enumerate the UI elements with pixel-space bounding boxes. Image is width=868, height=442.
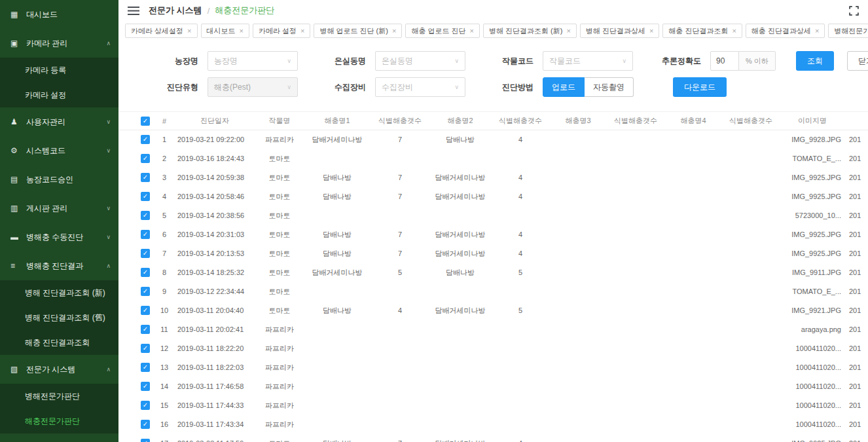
- row-checkbox[interactable]: ✓: [141, 325, 150, 334]
- sidebar-item-11[interactable]: 병해 진단결과조회 (舊): [0, 305, 118, 330]
- table-row[interactable]: ✓12019-03-21 09:22:00파프리카담배거세미나방7담배나방4IM…: [118, 130, 868, 149]
- row-checkbox[interactable]: ✓: [141, 363, 150, 372]
- tab-close-icon[interactable]: ×: [470, 27, 474, 35]
- sidebar-item-1[interactable]: ▣카메라 관리∧: [0, 29, 118, 58]
- greenhouse-select[interactable]: 온실동명 ∨: [375, 51, 465, 71]
- table-row[interactable]: ✓52019-03-14 20:38:56토마토5723000_10...201: [118, 206, 868, 225]
- tab-3[interactable]: 병해 업로드 진단 (新)×: [314, 24, 402, 38]
- cell-pest2: 담배나방: [429, 263, 492, 282]
- topbar: 전문가 시스템 / 해충전문가판단: [118, 0, 868, 21]
- sidebar-item-0[interactable]: ▦대시보드: [0, 0, 118, 29]
- row-checkbox[interactable]: ✓: [141, 211, 150, 220]
- table-row[interactable]: ✓32019-03-14 20:59:38토마토담배나방7담배거세미나방4IMG…: [118, 168, 868, 187]
- menu-toggle-icon[interactable]: [128, 7, 139, 15]
- cell-date: 2019-03-14 18:25:32: [173, 263, 256, 282]
- sidebar-item-5[interactable]: ⚙시스템코드∨: [0, 136, 118, 165]
- sidebar-item-9[interactable]: ≡병해충 진단결과∧: [0, 251, 118, 280]
- diagnosis-type-select[interactable]: 해충(Pest) ∨: [208, 77, 298, 97]
- tab-close-icon[interactable]: ×: [815, 27, 819, 35]
- tab-close-icon[interactable]: ×: [240, 27, 244, 35]
- cell-pest2: [429, 396, 492, 415]
- cell-reg: 201: [845, 225, 868, 244]
- row-checkbox[interactable]: ✓: [141, 230, 150, 239]
- sidebar-item-2[interactable]: 카메라 등록: [0, 58, 118, 83]
- table-row[interactable]: ✓102019-03-11 20:04:40토마토담배나방4담배거세미나방5IM…: [118, 301, 868, 320]
- tab-close-icon[interactable]: ×: [392, 27, 396, 35]
- table-row[interactable]: ✓112019-03-11 20:02:41파프리카aragaya.png201: [118, 320, 868, 339]
- sidebar-item-4[interactable]: ♟사용자관리∨: [0, 107, 118, 136]
- row-checkbox[interactable]: ✓: [141, 382, 150, 391]
- sidebar-item-14[interactable]: 병해전문가판단: [0, 384, 118, 409]
- method-upload-button[interactable]: 업로드: [543, 77, 585, 97]
- tab-close-icon[interactable]: ×: [187, 27, 191, 35]
- row-checkbox[interactable]: ✓: [141, 344, 150, 353]
- crop-code-select[interactable]: 작물코드 ∨: [543, 51, 633, 71]
- fullscreen-icon[interactable]: [849, 6, 859, 16]
- cell-pest1: [303, 377, 371, 396]
- equipment-label: 수집장비: [324, 82, 366, 93]
- tab-5[interactable]: 병해 진단결과조회 (新)×: [483, 24, 577, 38]
- row-checkbox[interactable]: ✓: [141, 287, 150, 296]
- sidebar-item-6[interactable]: ▤농장코드승인: [0, 165, 118, 194]
- tab-0[interactable]: 카메라 상세설정×: [125, 24, 198, 38]
- table-row[interactable]: ✓172019-03-08 11:17:59토마토담배나방7담배거세미나방4IM…: [118, 434, 868, 442]
- equipment-select[interactable]: 수집장비 ∨: [375, 77, 465, 97]
- sidebar-item-15[interactable]: 해충전문가판단: [0, 409, 118, 433]
- sidebar-item-13[interactable]: ▧전문가 시스템∧: [0, 355, 118, 384]
- cell-count3: [607, 377, 664, 396]
- table-row[interactable]: ✓162019-03-11 17:43:34파프리카1000411020...2…: [118, 415, 868, 434]
- cell-num: 12: [155, 339, 173, 358]
- tab-close-icon[interactable]: ×: [649, 27, 653, 35]
- sidebar-item-10[interactable]: 병해 진단결과조회 (新): [0, 280, 118, 305]
- tab-9[interactable]: 병해전문가판단×: [828, 24, 868, 38]
- table-row[interactable]: ✓82019-03-14 18:25:32토마토담배거세미나방5담배나방5IMG…: [118, 263, 868, 282]
- accuracy-input[interactable]: [710, 51, 739, 71]
- cell-count2: [492, 415, 549, 434]
- cell-crop: 토마토: [256, 168, 303, 187]
- sidebar-item-7[interactable]: ▥게시판 관리∨: [0, 194, 118, 223]
- row-checkbox[interactable]: ✓: [141, 420, 150, 429]
- tab-8[interactable]: 해충 진단결과상세×: [746, 24, 825, 38]
- sidebar-item-8[interactable]: ▬병해충 수동진단∨: [0, 223, 118, 251]
- table-row[interactable]: ✓22019-03-16 18:24:43토마토TOMATO_E_...201: [118, 149, 868, 168]
- row-checkbox[interactable]: ✓: [141, 306, 150, 315]
- table-row[interactable]: ✓142019-03-11 17:46:58파프리카1000411020...2…: [118, 377, 868, 396]
- row-checkbox[interactable]: ✓: [141, 135, 150, 144]
- breadcrumb-root[interactable]: 전문가 시스템: [149, 5, 202, 16]
- row-checkbox[interactable]: ✓: [141, 249, 150, 258]
- row-checkbox[interactable]: ✓: [141, 401, 150, 410]
- tab-close-icon[interactable]: ×: [300, 27, 304, 35]
- table-row[interactable]: ✓62019-03-14 20:31:03토마토담배나방7담배거세미나방4IMG…: [118, 225, 868, 244]
- tab-4[interactable]: 해충 업로드 진단×: [405, 24, 480, 38]
- sidebar-item-3[interactable]: 카메라 설정: [0, 83, 118, 107]
- farm-name-select[interactable]: 농장명 ∨: [208, 51, 298, 71]
- table-row[interactable]: ✓122019-03-11 18:22:20파프리카1000411020...2…: [118, 339, 868, 358]
- search-button[interactable]: 조회: [796, 51, 834, 71]
- table-row[interactable]: ✓92019-03-12 22:34:44토마토TOMATO_E_...201: [118, 282, 868, 301]
- row-checkbox[interactable]: ✓: [141, 192, 150, 201]
- select-all-checkbox[interactable]: ✓: [141, 117, 150, 126]
- tab-6[interactable]: 병해 진단결과상세×: [580, 24, 660, 38]
- col-header-date: 진단일자: [173, 112, 256, 130]
- cell-pest3: [549, 206, 607, 225]
- row-checkbox[interactable]: ✓: [141, 173, 150, 182]
- table-row[interactable]: ✓152019-03-11 17:44:33파프리카1000411020...2…: [118, 396, 868, 415]
- row-checkbox[interactable]: ✓: [141, 154, 150, 163]
- cell-reg: 201: [845, 244, 868, 263]
- sidebar-item-label: 병해전문가판단: [25, 391, 111, 402]
- sidebar-item-12[interactable]: 해충 진단결과조회: [0, 330, 118, 355]
- tab-close-icon[interactable]: ×: [732, 27, 736, 35]
- table-row[interactable]: ✓72019-03-14 20:13:53토마토담배나방7담배거세미나방4IMG…: [118, 244, 868, 263]
- download-button[interactable]: 다운로드: [673, 77, 727, 97]
- tab-2[interactable]: 카메라 설정×: [253, 24, 311, 38]
- table-row[interactable]: ✓42019-03-14 20:58:46토마토담배나방7담배거세미나방4IMG…: [118, 187, 868, 206]
- cell-count2: [492, 320, 549, 339]
- close-button[interactable]: 닫기: [847, 51, 868, 71]
- row-checkbox[interactable]: ✓: [141, 268, 150, 277]
- tab-1[interactable]: 대시보드×: [201, 24, 249, 38]
- row-checkbox[interactable]: ✓: [141, 439, 150, 442]
- tab-7[interactable]: 해충 진단결과조회×: [662, 24, 742, 38]
- method-auto-button[interactable]: 자동촬영: [585, 77, 634, 97]
- tab-close-icon[interactable]: ×: [566, 27, 570, 35]
- table-row[interactable]: ✓132019-03-11 18:22:03파프리카1000411020...2…: [118, 358, 868, 377]
